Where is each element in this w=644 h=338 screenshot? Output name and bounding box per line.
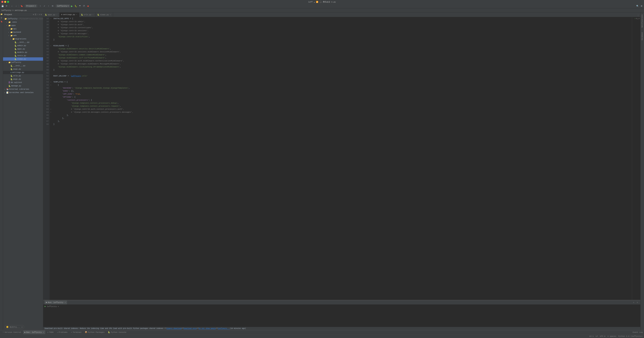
notif-link-configure[interactable]: Configure... [218, 328, 230, 330]
update-button[interactable]: ⟲ [51, 4, 54, 8]
notif-link-always[interactable]: Always download [166, 328, 182, 330]
push-button[interactable]: ↑ [46, 4, 50, 8]
version-control-tab[interactable]: ⑂ Version Control [1, 330, 22, 334]
tab-settings-py[interactable]: ⚙ settings.py ✕ [60, 12, 79, 17]
line-ending[interactable]: LF [596, 335, 598, 337]
problems-tab[interactable]: ⚠ Problems [56, 330, 69, 334]
fold-marker-55[interactable]: ▾ [50, 84, 52, 86]
debug-button[interactable]: 🐛 [74, 4, 78, 8]
tab-label: urls.py [84, 14, 92, 16]
right-tab-notifications[interactable]: Notifications [641, 14, 644, 28]
chevron-down-icon-3[interactable]: ▽ [639, 18, 640, 20]
panel-settings-icon[interactable]: ⚙ [632, 301, 635, 304]
run-bottom-close[interactable]: ✕ [43, 331, 44, 333]
commit-button[interactable]: ✓ [42, 4, 46, 8]
python-packages-tab[interactable]: 📦 Python Packages [84, 330, 106, 334]
notif-link-dismiss[interactable]: Do not show again [198, 328, 216, 330]
code-content[interactable]: INSTALLED_APPS = [ # 'django.contrib.adm… [52, 17, 632, 300]
panel-action-icon-3[interactable]: − [37, 14, 38, 16]
tree-item-manage-py[interactable]: 🐍 manage.py [3, 84, 43, 88]
tree-item-migrations[interactable]: ▸ 📁 migrations [3, 37, 43, 40]
tree-item-apps-py[interactable]: 🐍 apps.py [3, 47, 43, 51]
encoding[interactable]: UTF-8 [600, 335, 606, 337]
tree-item-venv[interactable]: ▸ 📁 .venv [3, 20, 43, 24]
tree-item-luffycity-inner[interactable]: ▾ 📁 luffycity [3, 61, 43, 64]
chat-widget[interactable]: 😊 说点什么... ◁ [4, 325, 24, 329]
tree-item-wsgi-lf[interactable]: 🐍 wsgi.py [3, 78, 43, 81]
panel-layout-icon[interactable]: ⊞ [636, 301, 639, 304]
panel-action-icon-2[interactable]: ☰ [35, 14, 36, 16]
maximize-button[interactable] [7, 1, 9, 3]
python-console-tab[interactable]: 🐍 Python Console [106, 330, 128, 334]
tree-item-views-web[interactable]: 🐍 views.py [3, 57, 43, 61]
tree-item-backend[interactable]: ▸ 📁 backend [3, 30, 43, 34]
terminal-tab[interactable]: ▪ Terminal [70, 330, 83, 334]
run-tab-close[interactable]: ✕ [65, 302, 66, 304]
tree-item-urls-lf[interactable]: 🐍 urls.py [3, 74, 43, 78]
tree-item-scratches[interactable]: ▸ 📝 Scratches and Consoles [3, 91, 43, 94]
close-run-icon[interactable]: ✕ [58, 306, 59, 308]
tree-item-luffycity-root[interactable]: ▾ 📁 luffycity ~/PycharmProjects/5x_djang… [3, 17, 43, 20]
tree-item-web[interactable]: ▾ 📁 web [3, 34, 43, 37]
tree-item-admin-web[interactable]: 🐍 admin.py [3, 44, 43, 47]
window-controls[interactable] [1, 1, 9, 3]
cursor-position[interactable]: 22:1 [589, 335, 594, 337]
run-config-selector[interactable]: luffycity ▾ [56, 4, 70, 8]
run-button[interactable]: ▶ [70, 4, 74, 8]
right-tab-database[interactable]: Database [641, 32, 644, 41]
tree-item-api[interactable]: ▸ 📁 api [3, 27, 43, 30]
tree-item-asgi-lf[interactable]: 🐍 asgi.py [3, 68, 43, 71]
chat-expand-icon[interactable]: ◁ [21, 326, 22, 328]
settings-button[interactable]: ⚙ [640, 4, 643, 8]
tree-item-init-web[interactable]: 🐍 __init__.py [3, 40, 43, 44]
fold-marker-59[interactable]: ▾ [50, 96, 52, 98]
minimize-button[interactable] [4, 1, 6, 3]
tree-item-init-lf[interactable]: 🐍 __init__.py [3, 64, 43, 68]
chevron-up-icon[interactable]: △ [637, 18, 638, 20]
tree-item-apps[interactable]: ▾ 📁 apps [3, 24, 43, 27]
tree-item-settings-lf[interactable]: ⚙ settings.py [3, 71, 43, 74]
project-icon[interactable]: 📁 [0, 13, 3, 16]
tree-item-tests-web[interactable]: 🐍 tests.py [3, 54, 43, 57]
fold-marker-42[interactable]: ▾ [50, 44, 52, 47]
tree-item-db-sqlite[interactable]: 🗄 db.sqlite3 [3, 81, 43, 84]
project-selector[interactable]: Project ▾ [25, 4, 37, 8]
tab-close-views[interactable]: ✕ [110, 14, 111, 16]
event-log-label[interactable]: Event Log [633, 331, 643, 333]
vcs-button[interactable]: ⑂ [38, 4, 42, 8]
profile-button[interactable]: ⏱ [82, 4, 86, 8]
stop-button[interactable]: ■ [86, 4, 90, 8]
tab-close-urls[interactable]: ✕ [92, 14, 94, 16]
back-button[interactable]: ← [10, 4, 14, 8]
bookmarks-icon[interactable]: 🔖 [0, 20, 3, 23]
save-button[interactable]: 💾 [1, 4, 4, 8]
interpreter-info[interactable]: Python 3.9 (luffycity) [618, 335, 643, 337]
structure-icon[interactable]: ☰ [0, 17, 3, 19]
panel-action-icon-5[interactable]: ⚙ [40, 14, 42, 16]
run-bottom-tab[interactable]: ▶ Run: luffycity ✕ [23, 330, 45, 334]
tree-item-external-libs[interactable]: ▸ 📚 External Libraries [3, 88, 43, 91]
tab-apps-py[interactable]: 🐍 apps.py ✕ [43, 12, 60, 17]
close-button[interactable] [1, 1, 3, 3]
forward-button[interactable]: → [14, 4, 18, 8]
fold-marker-60[interactable]: ▾ [50, 98, 52, 102]
sync-button[interactable]: ⟳ [5, 4, 8, 8]
run-tab[interactable]: ▶ Run: luffycity ✕ [44, 300, 67, 304]
panel-action-icon-1[interactable]: ⊕ [33, 14, 34, 16]
notif-link-once[interactable]: Download once [184, 328, 196, 330]
todo-tab[interactable]: ☑ TODO [46, 330, 55, 334]
panel-action-icon-4[interactable]: ✕ [39, 14, 40, 16]
tab-overflow-button[interactable]: ⋮ [636, 14, 640, 17]
tab-close-apps[interactable]: ✕ [56, 14, 58, 16]
fold-marker-33[interactable]: ▾ [50, 17, 52, 20]
indent-setting[interactable]: 4 spaces [608, 335, 616, 337]
add-bookmark-button[interactable]: 🔖 [20, 4, 24, 8]
coverage-button[interactable]: ☂ [78, 4, 82, 8]
fold-marker-54[interactable]: ▾ [50, 80, 52, 84]
tab-close-settings[interactable]: ✕ [76, 14, 78, 16]
tab-views-py[interactable]: 🐍 views.py ✕ [96, 12, 113, 17]
tree-item-models-web[interactable]: 🐍 models.py [3, 51, 43, 54]
tab-urls-py[interactable]: 🐍 urls.py ✕ [79, 12, 96, 17]
fold-marker-44 [50, 50, 52, 53]
search-everywhere-button[interactable]: 🔍 [636, 4, 639, 8]
